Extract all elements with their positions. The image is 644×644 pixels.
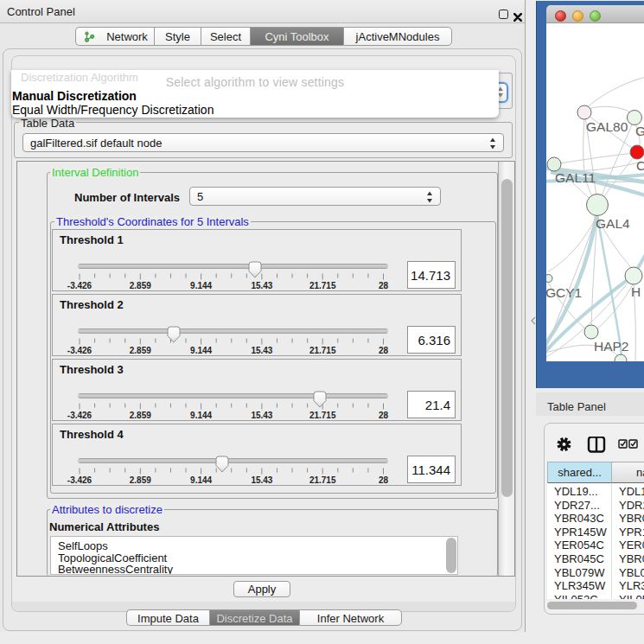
- svg-text:HAP2: HAP2: [594, 339, 629, 354]
- svg-text:GAL11: GAL11: [555, 170, 596, 185]
- svg-text:C: C: [636, 158, 644, 173]
- svg-text:GA: GA: [635, 124, 644, 138]
- svg-text:GAL80: GAL80: [586, 119, 628, 134]
- svg-text:GCY1: GCY1: [546, 285, 582, 300]
- svg-text:GAL4: GAL4: [596, 216, 630, 231]
- svg-text:H: H: [631, 284, 641, 299]
